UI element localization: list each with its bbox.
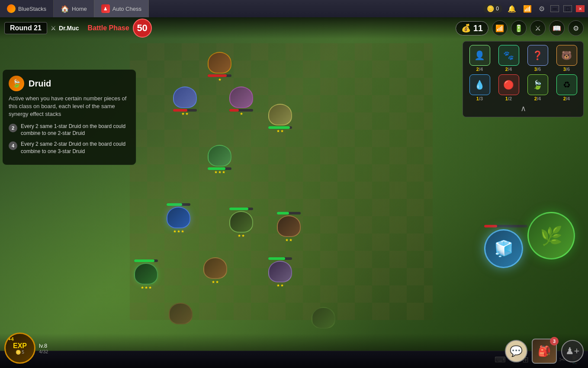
shop-count-badge: 3 xyxy=(550,337,559,346)
synergy-icon-7: ♻ xyxy=(556,74,577,95)
minimize-button[interactable]: ─ xyxy=(550,5,559,12)
synergy-item-1[interactable]: 🐾 2/4 xyxy=(495,45,522,72)
synergy-count-6: 2/4 xyxy=(534,96,541,101)
bottom-bar: +4 EXP 🪙 5 lv.8 4/32 💬 3 🎒 ♟+ xyxy=(0,333,588,368)
bottom-right-panel: 💬 3 🎒 ♟+ xyxy=(505,339,584,364)
big-creature-1[interactable]: 🧊 xyxy=(484,225,527,268)
battery-icon[interactable]: 🔋 xyxy=(511,20,527,36)
collapse-icon[interactable]: ∧ xyxy=(521,104,526,113)
game-label: Auto Chess xyxy=(112,6,141,12)
round-badge: Round 21 xyxy=(4,22,47,34)
druid-title: Druid xyxy=(29,79,51,89)
bench-idle-1[interactable] xyxy=(169,303,193,324)
notification-icon[interactable]: 🔔 xyxy=(506,4,518,14)
synergy-count-7: 2/4 xyxy=(563,96,570,101)
synergy-count-5: 1/2 xyxy=(505,96,512,101)
coin-count: 0 xyxy=(496,6,499,12)
tab-bluestacks[interactable]: BlueStacks xyxy=(0,0,54,17)
ally-piece-1[interactable]: ★★★ xyxy=(167,203,190,234)
ally-piece-3[interactable]: ★★ xyxy=(277,212,301,242)
settings-icon[interactable]: ⚙ xyxy=(537,4,546,14)
shop-button[interactable]: 3 🎒 xyxy=(532,339,557,364)
bench-piece-2[interactable]: ★★ xyxy=(203,257,227,284)
exp-cost: 🪙 5 xyxy=(16,350,24,355)
exp-text: EXP xyxy=(13,342,27,350)
sword-icon: ⚔ xyxy=(51,25,56,32)
home-icon: 🏠 xyxy=(61,5,69,13)
druid-class-icon: 🍃 xyxy=(9,76,24,91)
synergy-item-2[interactable]: ❓ 3/6 xyxy=(524,45,551,72)
piece-mid-1[interactable]: ★★★ xyxy=(208,145,231,174)
player-info: ⚔ Dr.Muc xyxy=(51,25,79,32)
book-icon[interactable]: 📖 xyxy=(549,20,565,36)
player-name: Dr.Muc xyxy=(59,25,79,32)
big-creature-2[interactable]: 🌿 xyxy=(527,212,575,259)
synergy-item-3[interactable]: 🐻 3/6 xyxy=(553,45,580,72)
title-bar: BlueStacks 🏠 Home ♟ Auto Chess 🪙 0 🔔 📶 ⚙… xyxy=(0,0,588,17)
synergy-count-3: 3/6 xyxy=(563,67,570,72)
synergy-count-0: 2/4 xyxy=(476,67,483,72)
battle-phase-label: Battle Phase xyxy=(88,24,129,32)
synergy-icon-1: 🐾 xyxy=(498,45,519,66)
synergy-item-7[interactable]: ♻ 2/4 xyxy=(553,74,580,101)
synergy-count-4: 1/3 xyxy=(476,96,483,101)
synergy-item-6[interactable]: 🍃 2/4 xyxy=(524,74,551,101)
exp-level: lv.8 xyxy=(39,342,48,349)
tab-game[interactable]: ♟ Auto Chess xyxy=(94,0,149,17)
bench-piece-1[interactable]: ★★★ xyxy=(134,259,158,290)
chat-button[interactable]: 💬 xyxy=(505,340,527,362)
synergy-panel: 👤 2/4 🐾 2/4 ❓ 3/6 xyxy=(463,41,584,117)
signal-icon[interactable]: 📶 xyxy=(521,4,533,14)
synergy-item-4[interactable]: 💧 1/3 xyxy=(466,74,493,101)
synergy-panel-footer: ∧ xyxy=(466,104,580,113)
enemy-piece-3[interactable]: ★ xyxy=(229,86,253,116)
bench-piece-3[interactable]: ★★ xyxy=(268,257,292,288)
synergy-icon-0: 👤 xyxy=(469,45,490,66)
game-area: Round 21 ⚔ Dr.Muc Battle Phase 50 💰 11 📶… xyxy=(0,17,588,368)
exp-button[interactable]: +4 EXP 🪙 5 xyxy=(4,333,35,364)
sword-cross-icon[interactable]: ⚔ xyxy=(530,20,546,36)
exp-progress: 4/32 xyxy=(39,349,48,354)
synergy-item-5[interactable]: 🔴 1/2 xyxy=(495,74,522,101)
timer-badge: 50 xyxy=(133,19,152,38)
home-label: Home xyxy=(72,6,87,12)
synergy-grid: 👤 2/4 🐾 2/4 ❓ 3/6 xyxy=(466,45,580,101)
synergy-count-2: 3/6 xyxy=(534,67,541,72)
exp-plus-label: +4 xyxy=(8,336,14,342)
synergy-item-0[interactable]: 👤 2/4 xyxy=(466,45,493,72)
synergy-count-1: 2/4 xyxy=(505,67,512,72)
settings-game-icon[interactable]: ⚙ xyxy=(568,20,584,36)
game-icon: ♟ xyxy=(101,4,110,13)
bonus-2-number: 2 xyxy=(9,124,17,132)
signal-strength-icon[interactable]: 📶 xyxy=(492,20,508,36)
exp-info: lv.8 4/32 xyxy=(39,342,48,354)
add-piece-button[interactable]: ♟+ xyxy=(561,340,584,362)
druid-tooltip-header: 🍃 Druid xyxy=(9,76,130,91)
coin-badge: 🪙 0 xyxy=(483,4,502,13)
bonus-2-text: Every 2 same 1-star Druid on the board c… xyxy=(21,123,130,138)
gold-display: 💰 11 xyxy=(456,21,488,35)
maximize-button[interactable]: □ xyxy=(563,5,572,12)
druid-description: Active when you have certain number piec… xyxy=(9,95,130,118)
top-bar: Round 21 ⚔ Dr.Muc Battle Phase 50 💰 11 📶… xyxy=(0,17,588,39)
exp-panel: +4 EXP 🪙 5 lv.8 4/32 xyxy=(4,333,48,364)
gold-coin-icon: 💰 xyxy=(461,23,471,33)
close-button[interactable]: ✕ xyxy=(576,5,585,12)
bonus-4-number: 4 xyxy=(9,141,17,150)
top-right-bar: 💰 11 📶 🔋 ⚔ 📖 ⚙ xyxy=(456,20,584,36)
synergy-icon-5: 🔴 xyxy=(498,74,519,95)
enemy-piece-2[interactable]: ★★ xyxy=(173,86,197,116)
synergy-icon-2: ❓ xyxy=(527,45,548,66)
druid-tooltip: 🍃 Druid Active when you have certain num… xyxy=(2,69,136,165)
bluestacks-icon xyxy=(7,4,16,13)
enemy-piece-1[interactable]: ★ xyxy=(208,52,231,82)
enemy-piece-4[interactable]: ★★ xyxy=(268,104,292,133)
druid-bonus-2: 2 Every 2 same 1-star Druid on the board… xyxy=(9,123,130,138)
bench-idle-2[interactable] xyxy=(312,307,335,329)
druid-bonus-4: 4 Every 2 same 2-star Druid on the board… xyxy=(9,141,130,155)
ally-piece-2[interactable]: ★★ xyxy=(229,208,253,238)
gold-amount: 11 xyxy=(473,23,483,33)
synergy-icon-4: 💧 xyxy=(469,74,490,95)
tab-home[interactable]: 🏠 Home xyxy=(54,0,94,17)
synergy-icon-6: 🍃 xyxy=(527,74,548,95)
